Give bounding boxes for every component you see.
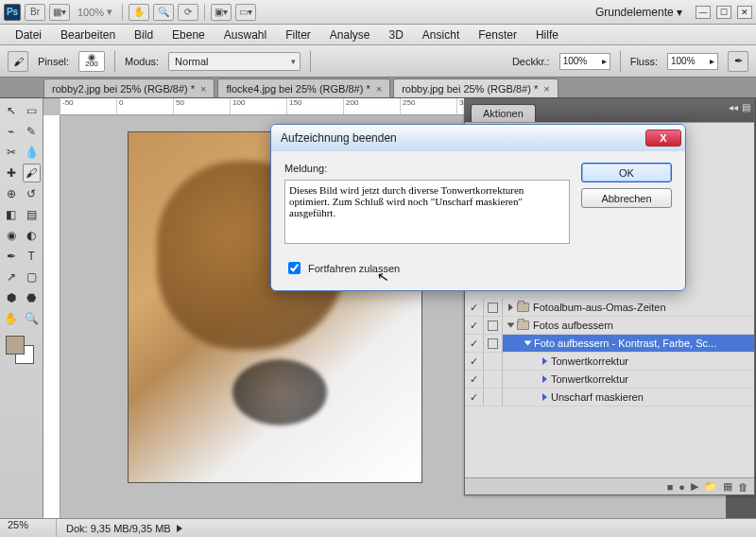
path-tool-icon[interactable]: ↗: [2, 268, 21, 286]
zoom-tool-icon[interactable]: 🔍: [23, 309, 42, 328]
menu-analyse[interactable]: Analyse: [320, 26, 380, 44]
type-tool-icon[interactable]: T: [23, 247, 42, 266]
brush-preset-picker[interactable]: 200: [78, 51, 105, 72]
zoom-icon[interactable]: 🔍: [153, 4, 174, 21]
vertical-ruler: [43, 115, 60, 518]
mode-label: Modus:: [125, 56, 159, 67]
menu-3d[interactable]: 3D: [380, 26, 413, 44]
allow-continue-checkbox[interactable]: Fortfahren zulassen: [284, 259, 570, 277]
brush-tool-icon[interactable]: 🖌: [23, 164, 42, 182]
rotate-icon[interactable]: ⟳: [178, 4, 198, 21]
toggle-check[interactable]: ✓: [465, 353, 484, 370]
arrange-icon[interactable]: ▣▾: [211, 4, 232, 21]
opacity-input[interactable]: 100%▸: [559, 53, 610, 70]
dialog-toggle[interactable]: [484, 389, 503, 406]
zoom-level-dropdown[interactable]: 100% ▾: [74, 6, 116, 18]
action-row[interactable]: ✓Fotos aufbessern: [465, 317, 754, 335]
dialog-toggle[interactable]: [484, 353, 503, 370]
close-button[interactable]: ✕: [737, 6, 752, 19]
action-row[interactable]: ✓Tonwertkorrektur: [465, 371, 754, 389]
healing-tool-icon[interactable]: ✚: [2, 164, 21, 182]
status-zoom[interactable]: 25%: [0, 519, 57, 537]
dodge-tool-icon[interactable]: ◐: [23, 226, 42, 245]
new-set-icon[interactable]: 📁: [704, 480, 717, 493]
gradient-tool-icon[interactable]: ▤: [23, 205, 42, 224]
stop-recording-dialog: Aufzeichnung beenden X Meldung: Fortfahr…: [270, 124, 686, 291]
dialog-toggle[interactable]: [484, 299, 503, 316]
flow-input[interactable]: 100%▸: [667, 53, 718, 70]
toggle-check[interactable]: ✓: [465, 335, 484, 352]
checkbox-input[interactable]: [288, 262, 301, 274]
action-label: Tonwertkorrektur: [551, 355, 628, 367]
menu-auswahl[interactable]: Auswahl: [215, 26, 276, 44]
blend-mode-dropdown[interactable]: Normal: [168, 52, 301, 71]
toggle-check[interactable]: ✓: [465, 371, 484, 388]
maximize-button[interactable]: ☐: [716, 6, 731, 19]
close-icon[interactable]: ×: [376, 83, 382, 95]
close-icon[interactable]: ×: [200, 83, 206, 95]
menu-fenster[interactable]: Fenster: [469, 26, 526, 44]
quickselect-tool-icon[interactable]: ✎: [23, 122, 42, 141]
action-row[interactable]: ✓Tonwertkorrektur: [465, 353, 754, 371]
dialog-close-button[interactable]: X: [645, 130, 681, 147]
menu-datei[interactable]: Datei: [6, 26, 51, 44]
lasso-tool-icon[interactable]: ⌁: [2, 122, 21, 141]
history-brush-icon[interactable]: ↺: [23, 184, 42, 203]
current-tool-icon[interactable]: 🖌: [8, 51, 28, 72]
toggle-check[interactable]: ✓: [465, 389, 484, 406]
message-textarea[interactable]: [284, 180, 570, 244]
bridge-button[interactable]: Br: [25, 4, 45, 21]
dialog-toggle[interactable]: [484, 371, 503, 388]
status-menu-icon[interactable]: [177, 525, 182, 532]
menu-bearbeiten[interactable]: Bearbeiten: [51, 26, 125, 44]
panel-menu-icon[interactable]: ▤: [742, 102, 750, 113]
action-row[interactable]: ✓Fotoalbum-aus-Omas-Zeiten: [465, 299, 754, 317]
new-action-icon[interactable]: ▦: [723, 480, 732, 493]
toggle-check[interactable]: ✓: [465, 299, 484, 316]
ok-button[interactable]: OK: [581, 163, 672, 182]
doc-tab[interactable]: robby2.jpg bei 25% (RGB/8#) *×: [43, 78, 215, 97]
menu-ebene[interactable]: Ebene: [163, 26, 215, 44]
stamp-tool-icon[interactable]: ⊕: [2, 184, 21, 203]
menu-filter[interactable]: Filter: [276, 26, 320, 44]
cancel-button[interactable]: Abbrechen: [581, 188, 672, 208]
pen-tool-icon[interactable]: ✒: [2, 247, 21, 266]
play-icon[interactable]: ▶: [691, 480, 698, 493]
workspace-switcher[interactable]: Grundelemente ▾: [588, 3, 690, 22]
menu-ansicht[interactable]: Ansicht: [413, 26, 469, 44]
action-row[interactable]: ✓Unscharf maskieren: [465, 389, 754, 407]
hand-tool-icon[interactable]: ✋: [2, 309, 21, 328]
airbrush-icon[interactable]: ✒: [728, 51, 748, 72]
blur-tool-icon[interactable]: ◉: [2, 226, 21, 245]
doc-tab-active[interactable]: robby.jpg bei 25% (RGB/8#) *×: [393, 78, 558, 97]
dialog-toggle[interactable]: [484, 317, 503, 334]
camera-tool-icon[interactable]: ⬣: [23, 288, 42, 307]
shape-tool-icon[interactable]: ▢: [23, 268, 42, 286]
toggle-check[interactable]: ✓: [465, 317, 484, 334]
crop-tool-icon[interactable]: ✂: [2, 143, 21, 162]
eraser-tool-icon[interactable]: ◧: [2, 205, 21, 224]
screenmode-icon[interactable]: ▭▾: [235, 4, 256, 21]
dialog-toggle[interactable]: [484, 335, 503, 352]
doc-tab[interactable]: flocke4.jpg bei 25% (RGB/8#) *×: [217, 78, 390, 97]
collapse-icon[interactable]: ◂◂: [729, 102, 738, 113]
action-label: Fotoalbum-aus-Omas-Zeiten: [533, 302, 666, 313]
close-icon[interactable]: ×: [543, 83, 549, 95]
3d-tool-icon[interactable]: ⬢: [2, 288, 21, 307]
message-label: Meldung:: [284, 163, 570, 174]
viewmode-button[interactable]: ▦▾: [49, 4, 70, 21]
hand-icon[interactable]: ✋: [129, 4, 149, 21]
actions-tab[interactable]: Aktionen: [471, 104, 536, 122]
menu-hilfe[interactable]: Hilfe: [526, 26, 568, 44]
stop-icon[interactable]: ■: [667, 481, 674, 493]
record-icon[interactable]: ●: [679, 481, 685, 493]
trash-icon[interactable]: 🗑: [738, 481, 748, 493]
menu-bild[interactable]: Bild: [125, 26, 163, 44]
action-row[interactable]: ✓Foto aufbessern - Kontrast, Farbe, Sc..…: [465, 335, 754, 353]
minimize-button[interactable]: —: [696, 6, 711, 19]
eyedropper-tool-icon[interactable]: 💧: [23, 143, 42, 162]
photoshop-icon[interactable]: Ps: [4, 4, 21, 21]
move-tool-icon[interactable]: ↖: [2, 101, 21, 120]
color-swatch[interactable]: [2, 334, 41, 364]
marquee-tool-icon[interactable]: ▭: [23, 101, 42, 120]
